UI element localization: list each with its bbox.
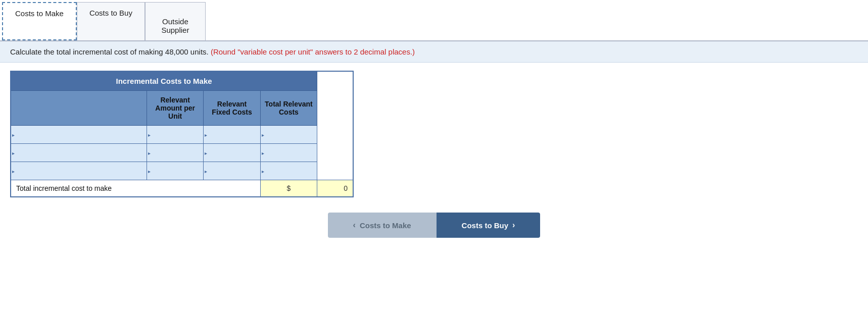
row2-label-input[interactable] [11, 144, 147, 162]
table-row [11, 126, 353, 144]
row3-fixed-cell[interactable] [204, 162, 260, 180]
next-chevron-icon: › [512, 221, 515, 230]
row3-label-input[interactable] [11, 162, 147, 180]
table-col-header-row: Relevant Amount per Unit Relevant Fixed … [11, 91, 353, 126]
main-content: Incremental Costs to Make Relevant Amoun… [0, 71, 868, 248]
prev-chevron-icon: ‹ [353, 221, 356, 230]
row3-label-cell[interactable] [11, 162, 147, 180]
row1-label-cell[interactable] [11, 126, 147, 144]
row1-fixed-cell[interactable] [204, 126, 260, 144]
tab-costs-to-make-label: Costs to Make [15, 9, 64, 18]
tab-costs-to-make[interactable]: Costs to Make [2, 2, 77, 40]
col-header-fixed: Relevant Fixed Costs [204, 91, 260, 126]
total-value: 0 [317, 180, 353, 197]
row2-total-cell[interactable] [260, 144, 317, 162]
table-title-row: Incremental Costs to Make [11, 71, 353, 91]
tab-costs-to-buy[interactable]: Costs to Buy [77, 2, 145, 40]
row1-fixed-input[interactable] [204, 126, 260, 143]
tab-outside-supplier-label: Outside Supplier [161, 17, 189, 34]
row3-amount-cell[interactable] [147, 162, 203, 180]
instruction-main-text: Calculate the total incremental cost of … [10, 47, 209, 56]
total-label: Total incremental cost to make [11, 180, 260, 197]
instruction-red-text: (Round "variable cost per unit" answers … [211, 47, 415, 56]
row2-fixed-cell[interactable] [204, 144, 260, 162]
incremental-costs-table: Incremental Costs to Make Relevant Amoun… [10, 71, 354, 197]
row3-fixed-input[interactable] [204, 162, 260, 180]
table-row [11, 144, 353, 162]
next-button-label: Costs to Buy [462, 221, 509, 230]
table-row [11, 162, 353, 180]
row2-total-input[interactable] [261, 144, 317, 162]
row3-total-cell[interactable] [260, 162, 317, 180]
tab-outside-supplier[interactable]: Outside Supplier [145, 2, 206, 40]
table-title: Incremental Costs to Make [11, 71, 317, 91]
instruction-bar: Calculate the total incremental cost of … [0, 41, 868, 63]
tabs-container: Costs to Make Costs to Buy Outside Suppl… [0, 0, 868, 41]
col-header-label [11, 91, 147, 126]
row1-label-input[interactable] [11, 126, 147, 143]
row3-total-input[interactable] [261, 162, 317, 180]
prev-button[interactable]: ‹ Costs to Make [328, 213, 437, 238]
row2-label-cell[interactable] [11, 144, 147, 162]
row1-amount-input[interactable] [147, 126, 203, 143]
row1-total-input[interactable] [261, 126, 317, 143]
row2-fixed-input[interactable] [204, 144, 260, 162]
row3-amount-input[interactable] [147, 162, 203, 180]
tab-costs-to-buy-label: Costs to Buy [89, 9, 132, 17]
row1-amount-cell[interactable] [147, 126, 203, 144]
row1-total-cell[interactable] [260, 126, 317, 144]
row2-amount-cell[interactable] [147, 144, 203, 162]
total-row: Total incremental cost to make $ 0 [11, 180, 353, 197]
next-button[interactable]: Costs to Buy › [437, 213, 541, 238]
total-dollar-sign: $ [260, 180, 317, 197]
col-header-amount: Relevant Amount per Unit [147, 91, 203, 126]
nav-buttons: ‹ Costs to Make Costs to Buy › [10, 213, 858, 238]
prev-button-label: Costs to Make [360, 221, 411, 230]
col-header-total: Total Relevant Costs [260, 91, 317, 126]
row2-amount-input[interactable] [147, 144, 203, 162]
